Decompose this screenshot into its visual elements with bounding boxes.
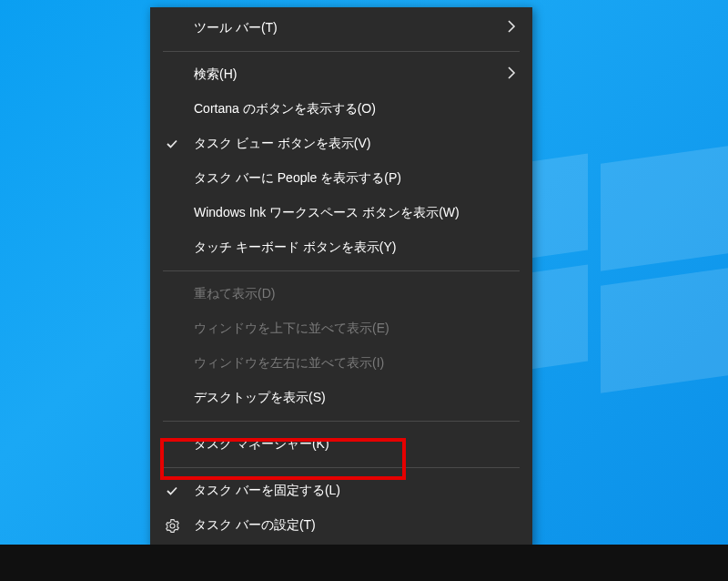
menu-item-label: 重ねて表示(D) — [194, 286, 275, 302]
menu-item-taskbar-settings[interactable]: タスク バーの設定(T) — [150, 508, 532, 543]
menu-item-windows-ink[interactable]: Windows Ink ワークスペース ボタンを表示(W) — [150, 196, 532, 230]
menu-item-stack-vertical: ウィンドウを上下に並べて表示(E) — [150, 311, 532, 346]
menu-item-label: ツール バー(T) — [194, 20, 278, 36]
menu-item-label: タスク バーに People を表示する(P) — [194, 170, 401, 187]
menu-item-label: タスク マネージャー(K) — [194, 436, 329, 453]
chevron-right-icon — [507, 20, 516, 36]
menu-item-label: タッチ キーボード ボタンを表示(Y) — [194, 240, 396, 256]
menu-separator — [163, 421, 520, 422]
taskbar-context-menu: ツール バー(T) 検索(H) Cortana のボタンを表示する(O) タスク… — [150, 7, 532, 548]
checkmark-icon — [165, 137, 179, 151]
menu-item-label: ウィンドウを左右に並べて表示(I) — [194, 355, 384, 372]
menu-item-label: タスク ビュー ボタンを表示(V) — [194, 136, 370, 152]
taskbar[interactable] — [0, 545, 728, 581]
menu-item-search[interactable]: 検索(H) — [150, 57, 532, 92]
menu-item-task-manager[interactable]: タスク マネージャー(K) — [150, 427, 532, 462]
menu-item-taskview-button[interactable]: タスク ビュー ボタンを表示(V) — [150, 127, 532, 161]
gear-icon — [165, 518, 179, 533]
menu-item-toolbars[interactable]: ツール バー(T) — [150, 11, 532, 46]
menu-item-people[interactable]: タスク バーに People を表示する(P) — [150, 161, 532, 196]
menu-item-cortana-button[interactable]: Cortana のボタンを表示する(O) — [150, 92, 532, 127]
menu-item-label: Cortana のボタンを表示する(O) — [194, 101, 376, 117]
menu-item-show-desktop[interactable]: デスクトップを表示(S) — [150, 381, 532, 415]
menu-item-touch-keyboard[interactable]: タッチ キーボード ボタンを表示(Y) — [150, 230, 532, 265]
menu-item-label: ウィンドウを上下に並べて表示(E) — [194, 321, 389, 337]
menu-separator — [163, 270, 520, 271]
menu-separator — [163, 467, 520, 468]
menu-item-stack-horizontal: ウィンドウを左右に並べて表示(I) — [150, 346, 532, 381]
menu-item-label: デスクトップを表示(S) — [194, 390, 326, 406]
menu-item-lock-taskbar[interactable]: タスク バーを固定する(L) — [150, 474, 532, 508]
menu-item-cascade: 重ねて表示(D) — [150, 277, 532, 311]
menu-item-label: Windows Ink ワークスペース ボタンを表示(W) — [194, 205, 460, 221]
menu-item-label: タスク バーを固定する(L) — [194, 483, 340, 499]
checkmark-icon — [165, 484, 179, 498]
chevron-right-icon — [507, 66, 516, 83]
desktop[interactable]: ツール バー(T) 検索(H) Cortana のボタンを表示する(O) タスク… — [0, 0, 728, 581]
menu-item-label: タスク バーの設定(T) — [194, 517, 316, 534]
menu-separator — [163, 51, 520, 52]
menu-item-label: 検索(H) — [194, 66, 237, 83]
